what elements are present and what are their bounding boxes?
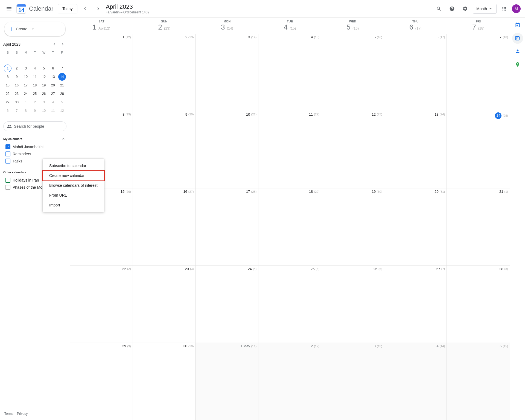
mini-day-20[interactable]: 20 xyxy=(49,81,57,89)
mini-day-29[interactable]: 29 xyxy=(4,98,11,106)
holidays-iran-checkbox[interactable] xyxy=(5,178,10,183)
mini-day-28[interactable]: 28 xyxy=(58,90,66,98)
mini-day-9[interactable]: 9 xyxy=(13,73,21,81)
cell-apr16[interactable]: 16(27) xyxy=(133,188,196,266)
cell-apr18[interactable]: 18(29) xyxy=(258,188,321,266)
mini-day-25[interactable]: 25 xyxy=(31,90,39,98)
mini-day-1[interactable]: 1 xyxy=(4,65,11,72)
mini-cal-next[interactable] xyxy=(59,40,66,48)
mini-day-21[interactable]: 21 xyxy=(58,81,66,89)
cell-may1[interactable]: 1 May(11) xyxy=(196,343,258,420)
phases-checkbox[interactable] xyxy=(5,185,10,190)
mini-day-may6[interactable]: 6 xyxy=(4,107,11,115)
cell-may4[interactable]: 4(14) xyxy=(384,343,447,420)
cell-apr13[interactable]: 13(24) xyxy=(384,111,447,188)
reminders-checkbox[interactable] xyxy=(5,151,10,156)
cell-apr14[interactable]: 14(25) xyxy=(447,111,510,188)
right-icon-maps[interactable] xyxy=(512,59,523,70)
help-button[interactable] xyxy=(447,3,457,14)
my-calendars-toggle[interactable] xyxy=(60,136,66,142)
privacy-link[interactable]: Privacy xyxy=(17,412,28,416)
terms-link[interactable]: Terms xyxy=(4,412,13,416)
cell-apr10[interactable]: 10(21) xyxy=(196,111,258,188)
cell-apr12[interactable]: 12(23) xyxy=(321,111,384,188)
mini-day-may1[interactable]: 1 xyxy=(22,98,30,106)
mini-day-15[interactable]: 15 xyxy=(4,81,11,89)
cell-may2[interactable]: 2(12) xyxy=(258,343,321,420)
context-menu-item-browse[interactable]: Browse calendars of interest xyxy=(43,180,104,190)
mini-day-30[interactable]: 30 xyxy=(13,98,21,106)
mini-day-12[interactable]: 12 xyxy=(40,73,48,81)
mini-day-may2[interactable]: 2 xyxy=(31,98,39,106)
mini-day-may12[interactable]: 12 xyxy=(58,107,66,115)
mini-day-24[interactable]: 24 xyxy=(22,90,30,98)
cell-apr28[interactable]: 28(8) xyxy=(447,266,510,343)
mini-day-19[interactable]: 19 xyxy=(40,81,48,89)
mini-day-11[interactable]: 11 xyxy=(31,73,39,81)
mini-day-3[interactable]: 3 xyxy=(22,65,30,72)
mini-day-may9[interactable]: 9 xyxy=(31,107,39,115)
create-button[interactable]: + Create xyxy=(4,22,65,36)
mini-cal-prev[interactable] xyxy=(51,40,58,48)
mini-day-27[interactable]: 27 xyxy=(49,90,57,98)
calendar-item-mahdi[interactable]: Mahdi Javanbakht xyxy=(3,143,66,150)
cell-apr24[interactable]: 24(4) xyxy=(196,266,258,343)
mini-day-may4[interactable]: 4 xyxy=(49,98,57,106)
cell-apr23[interactable]: 23(3) xyxy=(133,266,196,343)
mini-day-13[interactable]: 13 xyxy=(49,73,57,81)
cell-apr17[interactable]: 17(28) xyxy=(196,188,258,266)
mini-day-may5[interactable]: 5 xyxy=(58,98,66,106)
cell-apr1[interactable]: 1(12) xyxy=(70,34,133,111)
context-menu-item-subscribe[interactable]: Subscribe to calendar xyxy=(43,161,104,171)
hamburger-button[interactable] xyxy=(4,5,14,13)
today-button[interactable]: Today xyxy=(58,4,77,13)
cell-apr30[interactable]: 30(10) xyxy=(133,343,196,420)
cell-apr20[interactable]: 20(31) xyxy=(384,188,447,266)
mini-day-22[interactable]: 22 xyxy=(4,90,11,98)
cell-apr3[interactable]: 3(14) xyxy=(196,34,258,111)
mini-day-23[interactable]: 23 xyxy=(13,90,21,98)
mini-day-4[interactable]: 4 xyxy=(31,65,39,72)
cell-may3[interactable]: 3(13) xyxy=(321,343,384,420)
cell-apr27[interactable]: 27(7) xyxy=(384,266,447,343)
view-selector[interactable]: Month xyxy=(473,4,497,14)
google-apps-button[interactable] xyxy=(499,3,510,14)
mini-day-2[interactable]: 2 xyxy=(13,65,21,72)
mini-day-16[interactable]: 16 xyxy=(13,81,21,89)
mini-day-may11[interactable]: 11 xyxy=(49,107,57,115)
mini-day-may10[interactable]: 10 xyxy=(40,107,48,115)
mini-day-5[interactable]: 5 xyxy=(40,65,48,72)
mini-day-14[interactable]: 14 xyxy=(58,73,66,81)
calendar-item-reminders[interactable]: Reminders xyxy=(3,150,66,158)
settings-button[interactable] xyxy=(460,3,471,14)
cell-apr9[interactable]: 9(20) xyxy=(133,111,196,188)
cell-apr25[interactable]: 25(5) xyxy=(258,266,321,343)
user-avatar[interactable]: M xyxy=(512,4,521,13)
mini-day-8[interactable]: 8 xyxy=(4,73,11,81)
mini-day-17[interactable]: 17 xyxy=(22,81,30,89)
context-menu-item-import[interactable]: Import xyxy=(43,200,104,210)
right-icon-tasks[interactable] xyxy=(512,33,523,44)
mini-day-6[interactable]: 6 xyxy=(49,65,57,72)
mini-day-18[interactable]: 18 xyxy=(31,81,39,89)
cell-apr5[interactable]: 5(16) xyxy=(321,34,384,111)
right-icon-contacts[interactable] xyxy=(512,46,523,57)
cell-apr29[interactable]: 29(9) xyxy=(70,343,133,420)
mahdi-checkbox[interactable] xyxy=(5,144,10,149)
next-month-button[interactable] xyxy=(93,3,104,14)
mini-day-7[interactable]: 7 xyxy=(58,65,66,72)
mini-day-26[interactable]: 26 xyxy=(40,90,48,98)
context-menu-item-from-url[interactable]: From URL xyxy=(43,190,104,200)
cell-apr22[interactable]: 22(2) xyxy=(70,266,133,343)
cell-apr7[interactable]: 7(18) xyxy=(447,34,510,111)
cell-apr11[interactable]: 11(22) xyxy=(258,111,321,188)
tasks-checkbox[interactable] xyxy=(5,159,10,164)
right-icon-calendar[interactable] xyxy=(512,20,523,31)
mini-day-may7[interactable]: 7 xyxy=(13,107,21,115)
context-menu-item-create[interactable]: Create new calendar xyxy=(43,171,104,180)
cell-apr21[interactable]: 21(1) xyxy=(447,188,510,266)
cell-may5[interactable]: 5(15) xyxy=(447,343,510,420)
cell-apr2[interactable]: 2(13) xyxy=(133,34,196,111)
cell-apr6[interactable]: 6(17) xyxy=(384,34,447,111)
cell-apr4[interactable]: 4(15) xyxy=(258,34,321,111)
